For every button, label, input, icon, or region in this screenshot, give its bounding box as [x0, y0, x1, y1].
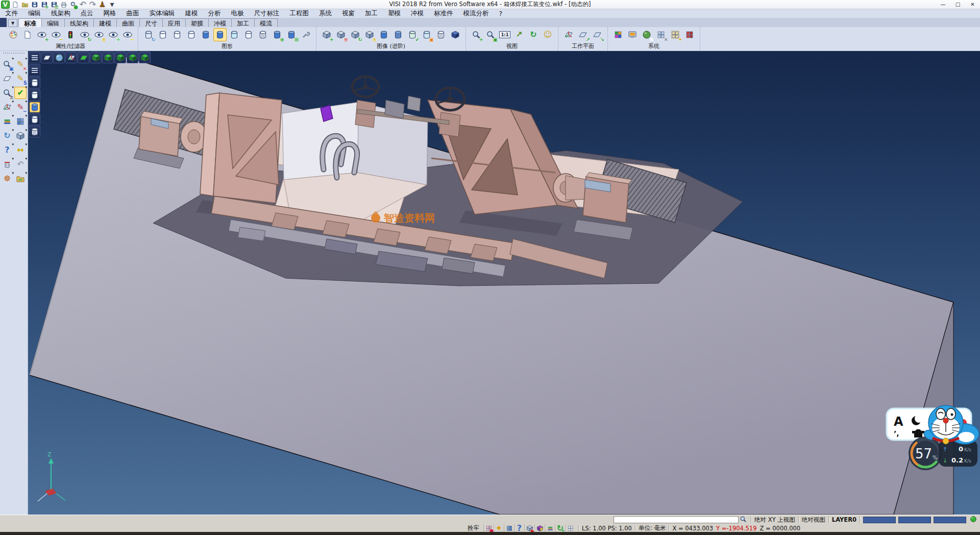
close-button[interactable]: ✕	[965, 0, 980, 9]
tab-加工[interactable]: 加工	[231, 18, 255, 27]
menu-item[interactable]: 工程图	[285, 9, 314, 18]
zoom-window-icon[interactable]: ▣▾	[1, 58, 13, 70]
view-front-button[interactable]	[90, 52, 102, 63]
units-indicator[interactable]: 单位: 毫米	[639, 524, 666, 532]
sketch-icon[interactable]: ✎S▾	[14, 72, 27, 85]
quick-pick-button[interactable]: ✦	[494, 524, 504, 532]
menu-item[interactable]: 文件	[0, 9, 23, 18]
layer-validate-icon[interactable]: ✔	[406, 28, 419, 41]
menu-item[interactable]: 点云	[76, 9, 99, 18]
search-icon[interactable]	[739, 515, 748, 523]
minimize-button[interactable]: —	[936, 0, 950, 9]
view-iso-se-button[interactable]	[139, 52, 151, 63]
save-all-icon[interactable]: ≡	[50, 1, 58, 9]
layer-copy-icon[interactable]: ⊞	[285, 28, 298, 41]
tab-应用[interactable]: 应用	[162, 18, 186, 27]
zoom-dynamic-icon[interactable]: ±▾	[1, 87, 13, 99]
print-preview-icon[interactable]: ●	[69, 1, 78, 9]
menu-item[interactable]: 网格	[99, 9, 121, 18]
system-status-orb-icon[interactable]	[969, 515, 978, 523]
layer-list-button[interactable]	[545, 524, 555, 532]
color-palette-icon[interactable]	[611, 28, 625, 41]
workplane-align-icon[interactable]: ↘	[591, 28, 604, 41]
tab-塑膜[interactable]: 塑膜	[185, 18, 209, 27]
copy-attributes-icon[interactable]	[21, 28, 34, 41]
menu-item[interactable]: 编辑	[23, 9, 46, 18]
menu-item[interactable]: 标准件	[429, 9, 458, 18]
layer-empty-2-icon[interactable]	[170, 28, 184, 41]
tab-标准[interactable]: 标准	[18, 18, 42, 27]
lock-toggle[interactable]: 拴牢	[468, 524, 479, 532]
color-swatch-3[interactable]	[934, 517, 966, 523]
layer-refresh-icon[interactable]: ↻	[142, 28, 155, 41]
erase-icon[interactable]: ✎✕▾	[14, 58, 27, 70]
selection-hand-icon[interactable]: ✦	[669, 28, 682, 41]
new-document-icon[interactable]	[11, 1, 19, 9]
menu-item[interactable]: 线架构	[46, 9, 76, 18]
view-mode-indicator[interactable]: 绝对 XY 上视图	[754, 516, 795, 524]
confirm-icon[interactable]: ✔▾	[14, 87, 27, 99]
tab-overflow-button[interactable]: ▼	[8, 19, 17, 27]
layer-current-button[interactable]	[29, 101, 40, 113]
show-all-icon[interactable]: +	[107, 28, 120, 41]
view-smiley-icon[interactable]: ☺	[541, 28, 554, 41]
view-iso-button[interactable]	[127, 52, 138, 63]
view-top-button[interactable]	[78, 52, 89, 63]
redraw-icon[interactable]: ↻	[527, 28, 540, 41]
menu-item[interactable]: 视窗	[337, 9, 360, 18]
machining-wheel-icon[interactable]: ☸▾	[1, 173, 13, 185]
menu-item[interactable]: ?	[494, 10, 508, 17]
tab-建模[interactable]: 建模	[93, 18, 117, 27]
layer-locked-icon[interactable]	[256, 28, 270, 41]
color-swatch-1[interactable]	[863, 517, 896, 523]
snap-settings-button[interactable]	[504, 524, 514, 532]
layer-new-icon[interactable]: ⊕	[271, 28, 284, 41]
print-icon[interactable]	[59, 1, 68, 9]
solid-cube-icon[interactable]: ▾	[14, 130, 27, 142]
attributes-books-icon[interactable]: ▾	[1, 115, 13, 128]
menu-item[interactable]: 冲模	[406, 9, 429, 18]
desktop-widget-overlay[interactable]: A ’, 57 % ↑ 0 K/s ↓ 0.2 K/s	[886, 402, 980, 479]
view-left-button[interactable]	[102, 52, 114, 63]
visibility-toggle-icon[interactable]: ±	[92, 28, 106, 41]
macro-icon[interactable]: ♟	[98, 1, 107, 9]
tab-冲模[interactable]: 冲模	[208, 18, 232, 27]
menu-item[interactable]: 曲面	[121, 9, 144, 18]
shaded-view-icon[interactable]	[449, 28, 462, 41]
view-right-button[interactable]	[114, 52, 126, 63]
tab-编辑[interactable]: 编辑	[41, 18, 65, 27]
zoom-dynamic-icon[interactable]: ↗	[512, 28, 526, 41]
viewport-menu-button[interactable]	[29, 52, 40, 63]
shade-mode-button[interactable]	[41, 52, 53, 63]
system-config-icon[interactable]: ✕	[640, 28, 653, 41]
solids-refresh-icon[interactable]: ↻	[349, 28, 362, 41]
workspace-layer-icon[interactable]	[377, 28, 390, 41]
window-config-icon[interactable]: ✕	[654, 28, 668, 41]
image-open-icon[interactable]: ▾	[14, 173, 27, 185]
menu-item[interactable]: 系统	[314, 9, 337, 18]
model-3d-welding-fixture[interactable]: 智造资料网 Z	[28, 51, 980, 515]
menu-item[interactable]: 模流分析	[458, 9, 494, 18]
open-file-icon[interactable]	[20, 1, 29, 9]
toolbar-grip[interactable]	[3, 53, 24, 57]
tab-线架构[interactable]: 线架构	[64, 18, 94, 27]
system-status-orb-icon[interactable]	[969, 515, 978, 524]
ime-punct-icon[interactable]: ’,	[894, 429, 899, 437]
layer-slot-2-button[interactable]	[29, 89, 40, 101]
axes-toggle-button[interactable]	[65, 52, 77, 63]
layer-cyan-icon[interactable]	[228, 28, 241, 41]
zoom-extents-icon[interactable]: ▣	[484, 28, 497, 41]
layer-slot-1-button[interactable]	[29, 77, 40, 88]
layer-empty-1-icon[interactable]	[156, 28, 169, 41]
auto-rotate-button[interactable]: ↻+	[555, 524, 565, 532]
3d-viewport[interactable]: 智造资料网 Z A ’, 57 %	[28, 51, 980, 515]
layer-filled-icon[interactable]	[199, 28, 212, 41]
shade-cube-button[interactable]	[534, 524, 545, 532]
layer-slot-4-button[interactable]	[29, 113, 40, 125]
record-macro-button[interactable]: ●	[483, 524, 494, 532]
plane-select-icon[interactable]: ▾	[1, 72, 13, 85]
zoom-in-icon[interactable]: +	[470, 28, 483, 41]
menu-item[interactable]: 建模	[180, 9, 203, 18]
search-icon[interactable]	[739, 515, 748, 524]
menu-item[interactable]: 加工	[360, 9, 383, 18]
